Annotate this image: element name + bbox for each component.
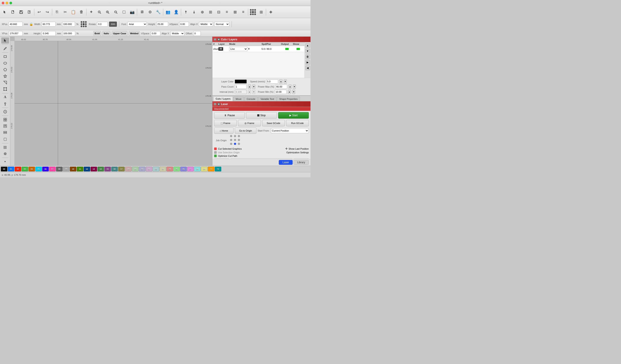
- align-btn-6[interactable]: ≡: [223, 8, 231, 16]
- color-chip-10[interactable]: 10: [70, 167, 76, 172]
- origin-dot-tl[interactable]: [230, 135, 232, 137]
- tab-console[interactable]: Console: [244, 96, 258, 101]
- layer-mode-select-0[interactable]: Line: [229, 47, 247, 51]
- rect-select-tool[interactable]: [1, 136, 9, 142]
- undo-btn[interactable]: ↩: [35, 8, 43, 16]
- color-chip-23[interactable]: 23: [160, 167, 166, 172]
- align-btn-8[interactable]: ≡: [239, 8, 247, 16]
- users-btn[interactable]: 👥: [164, 8, 172, 16]
- go-to-origin-btn[interactable]: Go to Origin: [235, 128, 256, 134]
- color-chip-07[interactable]: 07: [49, 167, 56, 172]
- align-btn-4[interactable]: ⊞: [207, 8, 214, 16]
- color-chip-11[interactable]: 11: [77, 167, 83, 172]
- canvas-content[interactable]: 179.69 179.53 179.38 179.22: [15, 41, 212, 166]
- speed-input[interactable]: [266, 79, 278, 84]
- xpos-input[interactable]: [9, 22, 23, 27]
- frame2-btn[interactable]: ◎ Frame: [238, 120, 261, 126]
- tab-cuts-layers[interactable]: Cuts / Layers: [213, 96, 233, 101]
- color-chip-26[interactable]: 26: [180, 167, 187, 172]
- paste-btn[interactable]: 📋: [69, 8, 77, 16]
- color-chip-28[interactable]: 28: [194, 167, 201, 172]
- minimize-button[interactable]: [6, 2, 8, 4]
- height-input[interactable]: [42, 31, 56, 36]
- powermax-up-btn[interactable]: ▲: [289, 85, 292, 89]
- origin-dot-mc[interactable]: [234, 139, 236, 141]
- pass-up-btn[interactable]: ▲: [248, 85, 251, 89]
- pass-down-btn[interactable]: ▼: [252, 85, 255, 89]
- stop-btn[interactable]: Stop: [246, 112, 277, 119]
- run-gcode-btn[interactable]: Run GCode: [286, 120, 309, 126]
- upper-case-btn[interactable]: Upper Case: [112, 31, 127, 36]
- color-chip-13[interactable]: 13: [91, 167, 97, 172]
- ypos-input[interactable]: [9, 31, 23, 36]
- layer-delete-btn[interactable]: 🗑: [305, 54, 310, 59]
- color-chip-03[interactable]: 03: [22, 167, 28, 172]
- pass-count-input[interactable]: [235, 85, 247, 89]
- ellipse-tool[interactable]: [1, 60, 9, 66]
- grid-tool[interactable]: [1, 117, 9, 123]
- pencil-tool[interactable]: [1, 46, 9, 52]
- powermin-down-btn[interactable]: ▼: [292, 90, 295, 94]
- close-button[interactable]: [2, 2, 4, 4]
- new-file-btn[interactable]: [9, 8, 17, 16]
- polygon-tool[interactable]: [1, 67, 9, 73]
- origin-dot-bl[interactable]: [230, 143, 232, 145]
- powermax-down-btn[interactable]: ▼: [293, 85, 296, 89]
- bold-btn[interactable]: Bold: [93, 31, 101, 36]
- layer-left-btn[interactable]: ◀: [305, 66, 310, 70]
- pin-tool[interactable]: [1, 101, 9, 107]
- select-box-btn[interactable]: [120, 8, 128, 16]
- color-chip-20[interactable]: 20: [139, 167, 145, 172]
- corner-rect-tool[interactable]: [1, 86, 9, 92]
- copy-btn[interactable]: ⎘: [53, 8, 61, 16]
- origin-dot-tr[interactable]: [238, 135, 240, 137]
- tab-variable-text[interactable]: Variable Text: [258, 96, 276, 101]
- color-chip-06[interactable]: 06: [42, 167, 49, 172]
- italic-btn[interactable]: Italic: [103, 31, 110, 36]
- height2-input[interactable]: [156, 22, 168, 27]
- tab-shape-properties[interactable]: Shape Properties: [277, 96, 300, 101]
- offset-input[interactable]: [193, 31, 201, 36]
- color-chip-21[interactable]: 21: [146, 167, 152, 172]
- normal-select[interactable]: Normal: [214, 22, 229, 27]
- start-btn[interactable]: ▶ Start: [278, 112, 309, 119]
- frame1-btn[interactable]: ⬚ Frame: [214, 120, 237, 126]
- color-chip-08[interactable]: 08: [56, 167, 63, 172]
- color-chip-12[interactable]: 12: [84, 167, 90, 172]
- show-last-pos-label[interactable]: Show Last Position: [289, 147, 309, 150]
- layer-right-btn[interactable]: ▶: [305, 60, 310, 65]
- layer-output-led-0[interactable]: [285, 48, 289, 50]
- select-tool[interactable]: [1, 37, 9, 44]
- speed-down-btn[interactable]: ▼: [284, 79, 287, 84]
- laser-tab-btn[interactable]: Laser: [279, 160, 293, 165]
- laser-close-btn[interactable]: ✕: [214, 103, 216, 105]
- star-tool[interactable]: [1, 73, 9, 79]
- user-btn[interactable]: 👤: [172, 8, 180, 16]
- pointer-tool-btn[interactable]: [1, 8, 9, 16]
- layer-color-swatch[interactable]: [235, 80, 247, 84]
- align-btn-3[interactable]: ⊕: [198, 8, 206, 16]
- layer-show-led-0[interactable]: [296, 48, 300, 50]
- align-y-select[interactable]: Middle: [170, 31, 184, 36]
- color-chip-29[interactable]: 29: [201, 167, 207, 172]
- optimization-label[interactable]: Optimization Settings: [286, 151, 309, 154]
- color-chip-09[interactable]: 09: [63, 167, 69, 172]
- vspace-input[interactable]: [151, 31, 160, 36]
- power-max-input[interactable]: [275, 85, 287, 89]
- settings2-tool[interactable]: [1, 151, 9, 157]
- maximize-button[interactable]: [9, 2, 12, 4]
- layer-down-btn[interactable]: ▼: [305, 49, 310, 53]
- color-chip-T2[interactable]: T2: [215, 167, 221, 172]
- align-btn-7[interactable]: ⊠: [231, 8, 239, 16]
- cuts-close-btn[interactable]: ✕: [214, 38, 216, 41]
- color-chip-01[interactable]: 01: [8, 167, 14, 172]
- cut-btn[interactable]: ✂: [61, 8, 69, 16]
- power-min-input[interactable]: [275, 90, 287, 94]
- color-chip-25[interactable]: 25: [173, 167, 180, 172]
- export-btn[interactable]: [25, 8, 33, 16]
- interval-input[interactable]: [235, 90, 247, 94]
- crosshair-btn[interactable]: [267, 8, 275, 16]
- layers-tool[interactable]: [1, 130, 9, 136]
- color-chip-27[interactable]: 27: [187, 167, 194, 172]
- color-chip-18[interactable]: 18: [125, 167, 132, 172]
